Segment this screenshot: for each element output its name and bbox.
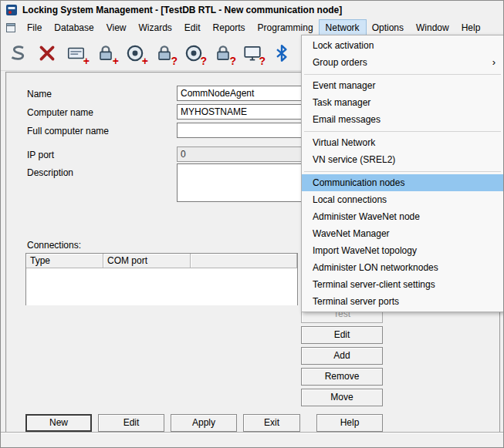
menu-separator — [302, 168, 503, 174]
menu-option-communication-nodes[interactable]: Communication nodes — [302, 174, 503, 191]
full-computer-name-input[interactable] — [177, 123, 313, 138]
menu-separator — [302, 71, 503, 77]
menu-options[interactable]: Options — [366, 20, 410, 35]
connection-remove-button[interactable]: Remove — [301, 368, 383, 386]
edit-button[interactable]: Edit — [98, 414, 164, 432]
exit-button[interactable]: Exit — [243, 414, 300, 432]
network-menu: Lock activation Group orders › Event man… — [301, 35, 504, 312]
app-icon — [5, 4, 18, 16]
menu-option-administer-lon-networknodes[interactable]: Administer LON networknodes — [302, 259, 503, 276]
icon-overlay: + — [142, 55, 148, 67]
ip-port-label: IP port — [27, 150, 54, 161]
menu-option-terminal-server-client-settings[interactable]: Terminal server-client settings — [302, 276, 503, 293]
menu-help[interactable]: Help — [455, 20, 487, 35]
transponder-query-icon[interactable]: ? — [181, 40, 206, 66]
menu-option-administer-wavenet-node[interactable]: Administer WaveNet node — [302, 208, 503, 225]
delete-x-icon[interactable] — [35, 40, 59, 66]
connection-edit-button[interactable]: Edit — [301, 326, 383, 344]
menu-edit[interactable]: Edit — [178, 20, 207, 35]
transponder-add-icon[interactable]: + — [123, 40, 147, 66]
icon-overlay: ? — [200, 55, 207, 67]
menu-network[interactable]: Network — [320, 20, 366, 35]
menu-option-vn-service-srel2[interactable]: VN service (SREL2) — [302, 151, 503, 168]
menu-option-terminal-server-ports[interactable]: Terminal server ports — [302, 293, 503, 310]
monitor-query-icon[interactable]: ? — [240, 40, 265, 66]
menu-separator — [302, 128, 503, 134]
icon-overlay: + — [113, 55, 119, 67]
ip-port-input — [177, 147, 313, 162]
connections-table[interactable]: Type COM port — [25, 253, 298, 305]
menu-option-email-messages[interactable]: Email messages — [302, 111, 503, 128]
connection-move-button[interactable]: Move — [301, 389, 383, 406]
menu-database[interactable]: Database — [48, 20, 100, 35]
connection-add-button[interactable]: Add — [301, 347, 383, 365]
menu-view[interactable]: View — [100, 20, 133, 35]
description-input[interactable] — [177, 163, 313, 202]
menu-option-virtual-network[interactable]: Virtual Network — [302, 134, 503, 151]
name-input[interactable] — [177, 86, 313, 101]
menu-option-wavenet-manager[interactable]: WaveNet Manager — [302, 225, 503, 242]
connections-table-header: Type COM port — [26, 254, 297, 268]
connections-table-body[interactable] — [26, 268, 297, 305]
column-header-type: Type — [26, 254, 103, 268]
bluetooth-icon[interactable] — [269, 40, 294, 66]
menu-option-import-wavenet-topology[interactable]: Import WaveNet topology — [302, 242, 503, 259]
icon-overlay: ? — [171, 55, 178, 67]
column-header-com-port: COM port — [103, 254, 191, 268]
menu-window[interactable]: Window — [410, 20, 455, 35]
menu-option-local-connections[interactable]: Local connections — [302, 191, 503, 208]
lock-query-icon[interactable]: ? — [152, 40, 177, 66]
menu-wizards[interactable]: Wizards — [133, 20, 178, 35]
menubar: File Database View Wizards Edit Reports … — [1, 19, 503, 35]
titlebar: Locking System Management - [TestDB RTL … — [1, 1, 503, 19]
name-label: Name — [27, 89, 52, 100]
document-icon[interactable] — [5, 22, 16, 33]
window-title: Locking System Management - [TestDB RTL … — [22, 5, 342, 15]
app-window: Locking System Management - [TestDB RTL … — [0, 0, 504, 448]
new-button[interactable]: New — [25, 414, 92, 432]
computer-name-input[interactable] — [177, 104, 313, 120]
icon-overlay: + — [83, 55, 90, 67]
full-computer-name-label: Full computer name — [27, 126, 109, 137]
apply-button[interactable]: Apply — [171, 414, 237, 432]
icon-overlay: ? — [229, 55, 236, 67]
computer-name-label: Computer name — [27, 107, 93, 119]
simonsvoss-logo-icon[interactable] — [5, 40, 30, 66]
menu-reports[interactable]: Reports — [207, 20, 252, 35]
help-button[interactable]: Help — [316, 414, 383, 432]
menu-option-lock-activation[interactable]: Lock activation — [302, 37, 503, 54]
menu-option-label: Group orders — [313, 57, 367, 68]
menu-programming[interactable]: Programming — [252, 20, 320, 35]
lock-query2-icon[interactable]: ? — [211, 40, 235, 66]
connections-label: Connections: — [27, 240, 81, 251]
icon-overlay: ? — [259, 55, 266, 67]
submenu-arrow-icon: › — [492, 54, 496, 71]
description-label: Description — [27, 167, 73, 179]
status-bar — [1, 433, 503, 447]
card-add-icon[interactable]: + — [64, 40, 89, 66]
lock-add-icon[interactable]: + — [93, 40, 118, 66]
menu-file[interactable]: File — [21, 20, 48, 35]
menu-option-task-manager[interactable]: Task manager — [302, 94, 503, 111]
column-header-blank — [191, 254, 297, 268]
menu-option-event-manager[interactable]: Event manager — [302, 77, 503, 94]
menu-option-group-orders[interactable]: Group orders › — [302, 54, 503, 71]
